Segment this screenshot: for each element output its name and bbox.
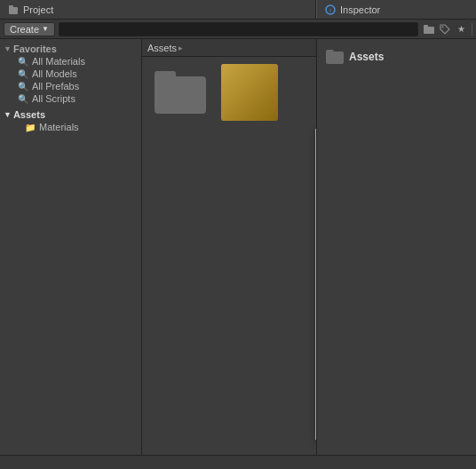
inspector-content: Assets — [317, 39, 476, 75]
toolbar-folder-icon-btn[interactable] — [422, 22, 436, 36]
magnifier-icon: 🔍 — [18, 57, 28, 67]
materials-label: Materials — [39, 122, 79, 132]
sidebar-item-all-materials[interactable]: 🔍 All Materials — [0, 55, 141, 68]
inspector-panel: Assets — [316, 39, 476, 455]
assets-section-header[interactable]: ▼ Assets — [0, 108, 141, 121]
toolbar-tag-icon-btn[interactable] — [438, 22, 452, 36]
create-button[interactable]: Create ▼ — [4, 22, 55, 36]
magnifier-icon-3: 🔍 — [18, 82, 28, 91]
sidebar: ▼ Favorites 🔍 All Materials 🔍 All Models… — [0, 39, 142, 455]
status-bar — [0, 455, 476, 469]
assets-expand-icon: ▼ — [4, 110, 12, 119]
title-bar-project: Project — [0, 0, 316, 19]
all-materials-label: All Materials — [32, 56, 85, 67]
all-scripts-label: All Scripts — [32, 93, 75, 104]
app-container: Project i Inspector Create ▼ — [0, 0, 476, 469]
sidebar-item-all-prefabs[interactable]: 🔍 All Prefabs — [0, 80, 141, 92]
inspector-asset-item: Assets — [324, 46, 469, 68]
inspector-folder-icon — [326, 50, 344, 64]
sidebar-item-materials[interactable]: 📁 Materials — [0, 121, 141, 133]
project-tab-label: Project — [23, 4, 53, 15]
all-models-label: All Models — [32, 68, 77, 79]
inspector-tab-label: Inspector — [340, 4, 380, 15]
sidebar-item-all-scripts[interactable]: 🔍 All Scripts — [0, 92, 141, 105]
main-content: ▼ Favorites 🔍 All Materials 🔍 All Models… — [0, 39, 476, 455]
favorites-label: Favorites — [13, 44, 57, 54]
inspector-asset-name: Assets — [349, 51, 384, 63]
asset-area: Assets ▸ — [142, 39, 316, 455]
svg-text:i: i — [329, 7, 331, 13]
assets-section: ▼ Assets 📁 Materials — [0, 108, 141, 133]
sidebar-item-all-models[interactable]: 🔍 All Models — [0, 68, 141, 80]
toolbar-star-icon-btn[interactable]: ★ — [454, 22, 468, 36]
magnifier-icon-2: 🔍 — [18, 69, 28, 79]
svg-rect-2 — [9, 5, 13, 8]
favorites-expand-icon: ▼ — [4, 44, 12, 53]
create-button-label: Create — [10, 24, 39, 35]
favorites-header: ▼ Favorites — [0, 43, 141, 55]
toolbar-separator — [472, 23, 472, 36]
toolbar-project: Create ▼ ★ — [4, 22, 468, 36]
search-input[interactable] — [59, 22, 418, 36]
create-dropdown-arrow: ▼ — [42, 25, 49, 33]
context-menu: Create ▶ Show in Explorer Open Delete Op… — [315, 128, 316, 441]
magnifier-icon-4: 🔍 — [18, 94, 28, 104]
toolbar: Create ▼ ★ — [0, 20, 476, 39]
svg-point-7 — [442, 26, 444, 28]
svg-rect-5 — [424, 27, 434, 34]
project-tab-icon — [7, 4, 20, 16]
folder-icon-small: 📁 — [25, 123, 36, 132]
title-bar-inspector: i Inspector — [316, 0, 476, 19]
all-prefabs-label: All Prefabs — [32, 81, 79, 91]
title-bar: Project i Inspector — [0, 0, 476, 20]
inspector-tab-icon: i — [324, 4, 337, 16]
toolbar-icons: ★ — [422, 22, 468, 36]
svg-rect-1 — [9, 7, 18, 14]
context-menu-overlay: Create ▶ Show in Explorer Open Delete Op… — [142, 39, 316, 455]
svg-rect-6 — [424, 25, 428, 28]
assets-section-label: Assets — [13, 109, 45, 120]
